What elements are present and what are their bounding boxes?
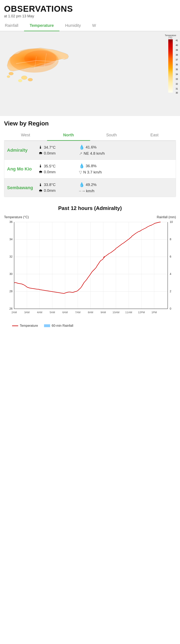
main-tabs: Rainfall Temperature Humidity W xyxy=(0,20,180,31)
svg-point-3 xyxy=(9,72,14,75)
rain-value: 0.0mm xyxy=(44,151,56,156)
page-title: OBSERVATIONS xyxy=(4,4,176,14)
region-title: View by Region xyxy=(4,120,176,127)
tab-rainfall[interactable]: Rainfall xyxy=(2,20,24,31)
rain-row: 🌧 0.0mm xyxy=(39,188,75,193)
svg-text:4: 4 xyxy=(170,272,171,276)
weather-data-admiralty: 🌡 34.7°C 🌧 0.0mm xyxy=(37,141,77,160)
temp-row: 🌡 34.7°C xyxy=(39,145,75,150)
wind-value: NE 4.8 km/h xyxy=(84,151,105,156)
humidity-data-sembawang: 💧 49.2% – -- km/h xyxy=(77,178,176,197)
rain-icon: 🌧 xyxy=(39,151,43,156)
temp-legend: Temperature(°C) 41 40 39 38 37 36 35 34 … xyxy=(165,34,176,94)
svg-text:4AM: 4AM xyxy=(37,311,42,314)
svg-text:2: 2 xyxy=(170,290,171,293)
rain-icon: 🌧 xyxy=(39,188,43,193)
legend-rain-bar xyxy=(44,324,50,327)
humidity-row: 💧 41.6% xyxy=(79,144,174,150)
temp-value: 34.7°C xyxy=(44,145,56,150)
svg-text:2AM: 2AM xyxy=(12,311,17,314)
wind-icon: ↗ xyxy=(79,151,82,156)
weather-data-angmokio: 🌡 35.5°C 🌧 0.0mm xyxy=(37,160,77,178)
humidity-data-admiralty: 💧 41.6% ↗ NE 4.8 km/h xyxy=(77,141,176,160)
y-right-label: Rainfall (mm) xyxy=(157,216,176,219)
svg-text:26: 26 xyxy=(9,307,13,310)
legend-temp-line xyxy=(12,326,18,326)
svg-text:5AM: 5AM xyxy=(50,311,55,314)
region-tab-south[interactable]: South xyxy=(90,130,133,141)
svg-text:7AM: 7AM xyxy=(75,311,81,314)
singapore-map xyxy=(4,35,81,108)
rain-row: 🌧 0.0mm xyxy=(39,170,75,174)
humidity-row: 💧 49.2% xyxy=(79,182,174,187)
chart-title: Past 12 hours (Admiralty) xyxy=(4,205,176,211)
svg-text:6: 6 xyxy=(170,255,171,258)
svg-text:10AM: 10AM xyxy=(112,311,119,314)
svg-text:0: 0 xyxy=(170,307,171,310)
wind-value: N 3.7 km/h xyxy=(83,170,102,174)
svg-text:8AM: 8AM xyxy=(88,311,93,314)
svg-point-2 xyxy=(18,79,22,82)
weather-data-sembawang: 🌡 33.8°C 🌧 0.0mm xyxy=(37,178,77,197)
droplet-icon: 💧 xyxy=(79,163,84,168)
tab-humidity[interactable]: Humidity xyxy=(59,20,86,31)
rain-value: 0.0mm xyxy=(44,188,56,193)
svg-text:32: 32 xyxy=(9,255,13,258)
observation-time: at 1.02 pm 13 May xyxy=(4,14,176,18)
svg-text:1PM: 1PM xyxy=(151,311,157,314)
humidity-row: 💧 36.8% xyxy=(79,163,174,168)
temp-value: 33.8°C xyxy=(44,182,56,187)
svg-text:11AM: 11AM xyxy=(125,311,132,314)
map-section: Temperature(°C) 41 40 39 38 37 36 35 34 … xyxy=(0,31,180,116)
humidity-value: 36.8% xyxy=(86,164,97,168)
svg-text:34: 34 xyxy=(9,238,13,241)
svg-text:9AM: 9AM xyxy=(101,311,106,314)
region-tabs: West North South East xyxy=(4,130,176,141)
rain-row: 🌧 0.0mm xyxy=(39,151,75,156)
svg-text:12PM: 12PM xyxy=(138,311,145,314)
wind-icon: ▽ xyxy=(79,170,82,175)
table-row: Admiralty 🌡 34.7°C 🌧 0.0mm xyxy=(4,141,176,160)
chart-legend: Temperature 60-min Rainfall xyxy=(4,324,176,328)
svg-text:28: 28 xyxy=(9,290,13,293)
region-table-wrapper: Admiralty 🌡 34.7°C 🌧 0.0mm xyxy=(4,141,176,197)
humidity-value: 49.2% xyxy=(86,182,97,187)
svg-point-0 xyxy=(21,76,27,80)
thermometer-icon: 🌡 xyxy=(39,164,43,168)
region-tab-north[interactable]: North xyxy=(47,130,90,141)
station-label: Admiralty xyxy=(7,148,28,153)
svg-point-4 xyxy=(7,76,10,78)
region-tab-west[interactable]: West xyxy=(4,130,47,141)
temp-row: 🌡 35.5°C xyxy=(39,164,75,168)
thermometer-icon: 🌡 xyxy=(39,182,43,187)
svg-text:10: 10 xyxy=(170,220,173,224)
droplet-icon: 💧 xyxy=(79,182,84,187)
svg-text:6AM: 6AM xyxy=(62,311,68,314)
tab-temperature[interactable]: Temperature xyxy=(24,20,60,31)
chart-section: Past 12 hours (Admiralty) Temperature (°… xyxy=(0,199,180,332)
svg-text:30: 30 xyxy=(9,272,13,276)
rain-icon: 🌧 xyxy=(39,170,43,174)
svg-text:3AM: 3AM xyxy=(24,311,30,314)
y-left-label: Temperature (°C) xyxy=(4,216,29,219)
humidity-data-angmokio: 💧 36.8% ▽ N 3.7 km/h xyxy=(77,160,176,178)
station-label: Sembawang xyxy=(7,185,33,190)
temp-value: 35.5°C xyxy=(44,164,56,168)
region-tab-east[interactable]: East xyxy=(133,130,176,141)
svg-point-6 xyxy=(24,50,57,66)
station-label: Ang Mo Kio xyxy=(7,166,32,172)
table-row: Sembawang 🌡 33.8°C 🌧 0.0mm xyxy=(4,178,176,197)
wind-row: ↗ NE 4.8 km/h xyxy=(79,151,174,156)
temp-row: 🌡 33.8°C xyxy=(39,182,75,187)
svg-rect-7 xyxy=(14,222,168,309)
svg-text:8: 8 xyxy=(170,238,171,241)
wind-row: – -- km/h xyxy=(79,188,174,193)
svg-text:36: 36 xyxy=(9,220,13,224)
station-name-sembawang: Sembawang xyxy=(4,178,37,197)
humidity-value: 41.6% xyxy=(86,145,97,150)
tab-wind[interactable]: W xyxy=(86,20,102,31)
droplet-icon: 💧 xyxy=(79,144,84,150)
legend-temp-label: Temperature xyxy=(20,324,38,328)
legend-rainfall: 60-min Rainfall xyxy=(44,324,73,328)
region-section: View by Region West North South East Adm… xyxy=(0,116,180,199)
